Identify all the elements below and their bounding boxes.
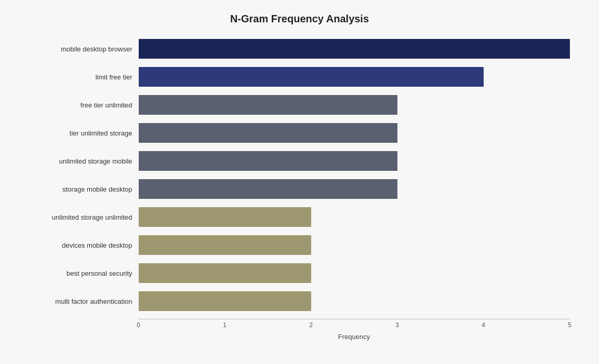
bar-fill: [139, 123, 397, 143]
x-tick: 1: [223, 321, 227, 329]
bar-label: storage mobile desktop: [30, 185, 139, 193]
bar-label: multi factor authentication: [30, 298, 139, 305]
bar-label: limit free tier: [30, 73, 139, 81]
bar-row: best personal security: [30, 260, 570, 287]
bar-track: [139, 179, 570, 199]
bar-label: tier unlimited storage: [30, 129, 139, 137]
bar-label: best personal security: [30, 269, 139, 277]
bar-fill: [139, 67, 484, 87]
bar-track: [139, 39, 570, 59]
bar-row: devices mobile desktop: [30, 232, 570, 259]
bar-track: [139, 235, 570, 255]
bar-row: limit free tier: [30, 63, 570, 90]
bar-row: multi factor authentication: [30, 288, 570, 315]
bar-label: free tier unlimited: [30, 101, 139, 109]
bar-row: tier unlimited storage: [30, 119, 570, 146]
bar-label: unlimited storage mobile: [30, 157, 139, 165]
bar-track: [139, 291, 570, 311]
bar-fill: [139, 179, 397, 199]
bar-fill: [139, 95, 397, 115]
bar-track: [139, 67, 570, 87]
x-axis-spacer: [30, 319, 139, 341]
bar-fill: [139, 207, 311, 227]
bar-fill: [139, 263, 311, 283]
chart-title: N-Gram Frequency Analysis: [30, 13, 570, 25]
bar-track: [139, 95, 570, 115]
x-tick: 4: [482, 321, 485, 329]
bar-row: mobile desktop browser: [30, 35, 570, 62]
bar-row: free tier unlimited: [30, 91, 570, 118]
bar-fill: [139, 291, 311, 311]
bar-label: mobile desktop browser: [30, 45, 139, 53]
x-axis-container: 012345 Frequency: [30, 319, 570, 341]
bar-track: [139, 123, 570, 143]
x-axis-label: Frequency: [139, 333, 570, 341]
bar-label: devices mobile desktop: [30, 241, 139, 249]
bar-row: storage mobile desktop: [30, 176, 570, 203]
x-tick: 3: [395, 321, 399, 329]
bar-fill: [139, 39, 570, 59]
bar-track: [139, 263, 570, 283]
x-tick: 2: [309, 321, 313, 329]
bar-track: [139, 207, 570, 227]
bar-row: unlimited storage mobile: [30, 147, 570, 174]
bar-row: unlimited storage unlimited: [30, 204, 570, 231]
x-tick: 5: [568, 321, 571, 329]
bar-track: [139, 151, 570, 171]
bar-fill: [139, 151, 397, 171]
chart-container: N-Gram Frequency Analysis mobile desktop…: [14, 3, 585, 361]
bar-fill: [139, 235, 311, 255]
x-tick: 0: [137, 321, 140, 329]
bar-label: unlimited storage unlimited: [30, 213, 139, 221]
chart-area: mobile desktop browserlimit free tierfre…: [30, 35, 570, 316]
